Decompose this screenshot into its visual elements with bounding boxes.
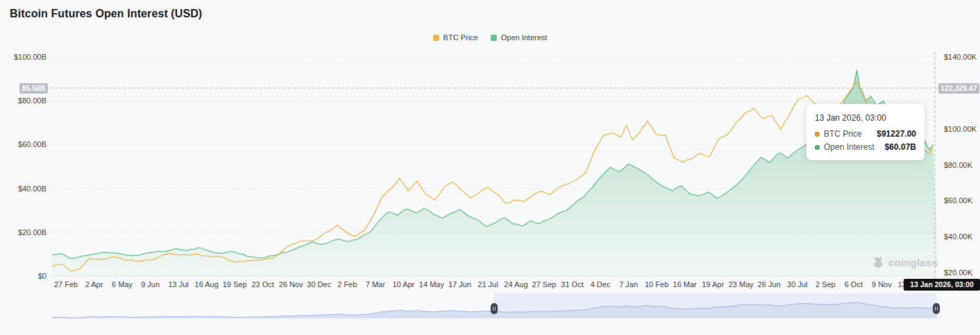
tooltip-row-label: Open Interest <box>824 142 875 152</box>
navigator-left-handle[interactable] <box>491 303 498 314</box>
x-axis-tick-label: 21 Jul <box>478 280 498 289</box>
x-axis-tick-label: 23 Oct <box>252 280 274 289</box>
handle-grip-icon <box>491 303 498 314</box>
right-axis-tick-label: $40.00K <box>944 232 973 241</box>
x-axis-tick-label: 9 Nov <box>872 280 892 289</box>
right-axis-tick-label: $80.00K <box>944 161 973 169</box>
left-axis-tick-label: $0 <box>38 272 47 280</box>
x-axis-tick-label: 19 Apr <box>702 280 724 289</box>
x-axis-tick-label: 2 Apr <box>85 280 103 289</box>
series-dot-icon <box>815 132 820 137</box>
right-axis-crosshair-badge: 122,329.47 <box>938 83 979 94</box>
handle-grip-icon <box>933 303 940 314</box>
x-axis-tick-label: 14 May <box>419 280 445 289</box>
left-axis-tick-label: $100.00B <box>14 53 47 61</box>
watermark-label: coinglass <box>888 257 938 268</box>
chart-panel: Bitcoin Futures Open Interest (USD) BTC … <box>0 0 980 335</box>
tooltip: 13 Jan 2026, 03:00 BTC Price$91227.00Ope… <box>806 104 924 160</box>
range-navigator[interactable] <box>52 293 940 318</box>
chart-canvas[interactable]: $100.00B$80.00B$60.00B$40.00B$20.00B$0$1… <box>0 0 980 335</box>
tooltip-title: 13 Jan 2026, 03:00 <box>815 113 916 123</box>
right-axis-tick-label: $100.00K <box>944 125 977 133</box>
x-axis-tick-label: 6 Oct <box>845 280 863 289</box>
tooltip-row-label: BTC Price <box>824 129 862 139</box>
x-axis-tick-label: 27 Feb <box>54 280 78 289</box>
coinglass-logo-icon <box>872 256 885 269</box>
x-axis-tick-label: 7 Jan <box>619 280 638 289</box>
left-axis-tick-label: $60.00B <box>18 140 47 148</box>
tooltip-row: BTC Price$91227.00 <box>815 129 916 139</box>
x-axis-tick-label: 17 Jun <box>448 280 471 289</box>
tooltip-rows: BTC Price$91227.00Open Interest$60.07B <box>815 129 916 152</box>
x-axis-tick-label: 2 Sep <box>816 280 836 289</box>
x-axis-tick-label: 16 Mar <box>673 280 698 289</box>
x-axis-tick-label: 30 Jul <box>787 280 807 289</box>
x-axis-tick-label: 4 Dec <box>591 280 611 289</box>
x-axis-tick-label: 10 Feb <box>645 280 668 289</box>
x-axis-tick-label: 24 Aug <box>504 280 527 289</box>
right-axis-tick-label: $60.00K <box>944 196 973 205</box>
tooltip-row-value: $91227.00 <box>877 129 916 139</box>
x-axis-tick-label: 2 Feb <box>337 280 357 289</box>
x-axis-tick-label: 31 Oct <box>561 280 583 289</box>
x-axis-labels: 27 Feb2 Apr6 May9 Jun13 Jul16 Aug19 Sep2… <box>54 280 922 289</box>
x-axis-tick-label: 26 Nov <box>279 280 303 289</box>
x-axis-tick-label: 16 Aug <box>195 280 219 289</box>
tooltip-row: Open Interest$60.07B <box>815 142 916 152</box>
x-axis-tick-label: 19 Sep <box>223 280 247 289</box>
left-axis-tick-label: $80.00B <box>18 96 47 105</box>
left-axis-tick-label: $40.00B <box>18 184 47 193</box>
series-dot-icon <box>815 145 820 150</box>
x-axis-tick-label: 13 Jul <box>168 280 188 289</box>
x-axis-tick-label: 7 Mar <box>366 280 385 289</box>
navigator-right-handle[interactable] <box>933 303 940 314</box>
x-axis-tick-label: 27 Sep <box>532 280 557 289</box>
x-axis-tick-label: 9 Jun <box>141 280 160 289</box>
left-axis-crosshair-badge: 85.50B <box>19 83 48 94</box>
x-axis-crosshair-badge: 13 Jan 2026, 03:00 <box>904 279 980 291</box>
x-axis-tick-label: 10 Apr <box>392 280 414 289</box>
left-axis-tick-label: $20.00B <box>18 228 47 237</box>
right-axis-tick-label: $140.00K <box>944 53 977 61</box>
tooltip-row-value: $60.07B <box>885 142 916 152</box>
right-axis-tick-label: $20.00K <box>944 268 973 277</box>
x-axis-tick-label: 23 May <box>729 280 754 289</box>
x-axis-tick-label: 30 Dec <box>307 280 331 289</box>
x-axis-tick-label: 26 Jun <box>758 280 781 289</box>
x-axis-tick-label: 6 May <box>112 280 133 289</box>
watermark: coinglass <box>872 256 938 269</box>
